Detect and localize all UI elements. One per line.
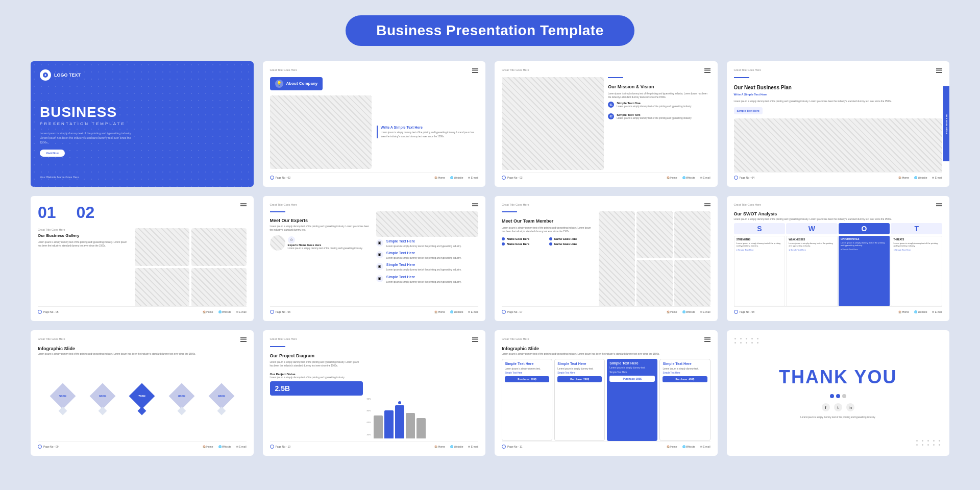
bizplan-title: Our Next Business Plan bbox=[734, 84, 943, 91]
slide-7-footer: Page No - 07 🏠 Home 🌐 Website ✉ E-mail bbox=[502, 306, 710, 314]
accent-10 bbox=[270, 346, 285, 347]
bar-2 bbox=[384, 410, 394, 438]
slide-5-header: 01 02 bbox=[38, 203, 247, 222]
swot-desc: Lorem ipsum is simply dummy text of the … bbox=[734, 217, 943, 221]
slide-11: Great Title Goes Here Infographic Slide … bbox=[495, 330, 718, 456]
swot-s: S bbox=[734, 223, 786, 234]
side-tab: Project Values & SB bbox=[943, 86, 949, 161]
svg-point-10 bbox=[270, 445, 274, 448]
page-num-10: Page No - 10 bbox=[270, 445, 290, 449]
svg-point-4 bbox=[734, 176, 738, 179]
num-01: 01 bbox=[38, 203, 56, 222]
slide-1-main: BUSINESS PRESENTATION TEMPLATE Lorem ips… bbox=[40, 91, 244, 176]
accent-line-4 bbox=[734, 77, 749, 78]
team-img-1 bbox=[599, 211, 635, 306]
bar-3 bbox=[395, 405, 404, 438]
footer-links-8: 🏠 Home 🌐 Website ✉ E-mail bbox=[898, 310, 942, 313]
page-num-6: Page No - 06 bbox=[270, 310, 290, 314]
lightbulb-icon: 💡 bbox=[275, 80, 283, 88]
social-icons: f t in bbox=[822, 403, 854, 411]
expert-icon-2: ▣ bbox=[376, 251, 383, 258]
slide-2: Great Title Goes Here 💡 About Company Wr… bbox=[263, 61, 486, 187]
write-title-2: Write A Simple Text Here bbox=[381, 126, 478, 129]
page-num-2: + Page No - 02 bbox=[270, 176, 290, 180]
slide-7: Great Title Goes Here Meet Our Team Memb… bbox=[495, 196, 718, 322]
svg-point-5 bbox=[38, 310, 42, 314]
footer-links-6: 🏠 Home 🌐 Website ✉ E-mail bbox=[434, 310, 478, 313]
visit-button[interactable]: Visit Now bbox=[40, 150, 65, 157]
bars bbox=[374, 400, 426, 438]
swot-threats: THREATS Lorem ipsum is simply dummy text… bbox=[891, 236, 942, 306]
member-dot-4 bbox=[549, 242, 552, 246]
great-title-3: Great Title Goes Here bbox=[502, 68, 529, 71]
home-link: 🏠 Home bbox=[434, 176, 445, 179]
expert-icon-4: ▣ bbox=[376, 275, 383, 282]
mission-image bbox=[502, 77, 604, 170]
logo-icon bbox=[40, 69, 51, 81]
price-1: Purchase: 199$ bbox=[505, 376, 549, 382]
gallery-desc: Lorem ipsum is simply dummy text of the … bbox=[38, 240, 131, 248]
swot-o: O bbox=[839, 223, 890, 234]
great-title-5: Great Title Goes Here bbox=[38, 228, 131, 231]
menu-icon-3 bbox=[704, 68, 710, 73]
page-num-11: Page No - 11 bbox=[502, 445, 522, 449]
slide-9: Great Title Goes Here Infographic Slide … bbox=[31, 330, 254, 456]
bar-chart: 90% 80% 60% 40% bbox=[367, 346, 478, 441]
slide-4: Great Title Goes Here Our Next Business … bbox=[727, 61, 950, 187]
expert-profile-desc: Lorem ipsum is simply dummy text of the … bbox=[288, 247, 363, 250]
title-bar: Business Presentation Template bbox=[31, 15, 949, 46]
team-member-4: Name Goes Here bbox=[549, 242, 595, 246]
great-title-8: Great Title Goes Here bbox=[734, 203, 762, 206]
team-member-3: Name Goes Here bbox=[502, 242, 547, 246]
project-title: Our Project Diagram bbox=[270, 353, 363, 358]
member-dot-3 bbox=[502, 242, 505, 246]
diamond-4: 800K bbox=[173, 387, 191, 414]
logo-text: LOGO TEXT bbox=[54, 72, 81, 78]
slide-8-header: Great Title Goes Here bbox=[734, 203, 943, 208]
svg-text:+: + bbox=[271, 176, 273, 179]
mission-desc: Lorem ipsum is simply dummy text of the … bbox=[608, 92, 710, 99]
dots-top-left bbox=[734, 338, 760, 344]
expert-icon-3: ▣ bbox=[376, 263, 383, 270]
slide-1: LOGO TEXT BUSINESS PRESENTATION TEMPLATE… bbox=[31, 61, 254, 187]
team-desc: Lorem ipsum is simply dummy text of the … bbox=[502, 226, 595, 233]
diamond-3: 700K bbox=[133, 387, 151, 414]
slide-9-header: Great Title Goes Here bbox=[38, 337, 247, 342]
swot-opportunities: OPPORTUNITIES Lorem ipsum is simply dumm… bbox=[839, 236, 890, 306]
pricing-grid: Simple Text Here Lorem ipsum is simply d… bbox=[502, 359, 710, 441]
swot-title: Our SWOT Analysis bbox=[734, 211, 943, 216]
great-title-6: Great Title Goes Here bbox=[270, 203, 298, 206]
expert-icon-1: ▣ bbox=[376, 239, 383, 247]
website-link: 🌐 Website bbox=[450, 176, 463, 179]
slide-2-footer: + Page No - 02 🏠 Home 🌐 Website ✉ E-mail bbox=[270, 172, 479, 180]
menu-icon-4 bbox=[936, 68, 942, 73]
slide-3-footer: Page No - 03 🏠 Home 🌐 Website ✉ E-mail bbox=[502, 172, 710, 180]
team-img-3 bbox=[674, 211, 710, 258]
footer-links-4: 🏠 Home 🌐 Website ✉ E-mail bbox=[898, 176, 942, 179]
slide-4-footer: Page No - 04 🏠 Home 🌐 Website ✉ E-mail bbox=[734, 172, 943, 180]
email-link: ✉ E-mail bbox=[468, 176, 478, 179]
logo-bar: LOGO TEXT bbox=[40, 69, 244, 81]
menu-icon-7 bbox=[704, 203, 710, 208]
member-dot-1 bbox=[502, 237, 505, 240]
expert-item-4: ▣ Simple Text Here Lorem ipsum is simply… bbox=[376, 275, 478, 284]
swot-t: T bbox=[891, 223, 942, 234]
slide-6: Great Title Goes Here Meet Our Experts L… bbox=[263, 196, 486, 322]
menu-icon-5 bbox=[240, 203, 247, 208]
menu-icon-8 bbox=[936, 203, 942, 208]
page-num-8: Page No - 08 bbox=[734, 310, 754, 314]
expert-star-icon: ☆ bbox=[288, 236, 295, 243]
bar-1 bbox=[374, 415, 383, 438]
price-card-1: Simple Text Here Lorem ipsum is simply d… bbox=[502, 359, 552, 441]
team-img-5 bbox=[674, 260, 710, 307]
swot-letters: S W O T bbox=[734, 223, 943, 234]
mission-item-2: 02 Simple Text Two Lorem ipsum is simply… bbox=[608, 113, 710, 120]
about-badge: 💡 About Company bbox=[270, 77, 323, 90]
slide-9-footer: Page No - 09 🏠 Home 🌐 Website ✉ E-mail bbox=[38, 441, 247, 449]
expert-item-2: ▣ Simple Text Here Lorem ipsum is simply… bbox=[376, 251, 478, 260]
great-title-2: Great Title Goes Here bbox=[270, 68, 298, 71]
slide-10-footer: Page No - 10 🏠 Home 🌐 Website ✉ E-mail bbox=[270, 441, 479, 449]
bizplan-image bbox=[734, 118, 943, 172]
accent-line-3 bbox=[608, 77, 623, 78]
gallery-img-3 bbox=[135, 268, 189, 306]
